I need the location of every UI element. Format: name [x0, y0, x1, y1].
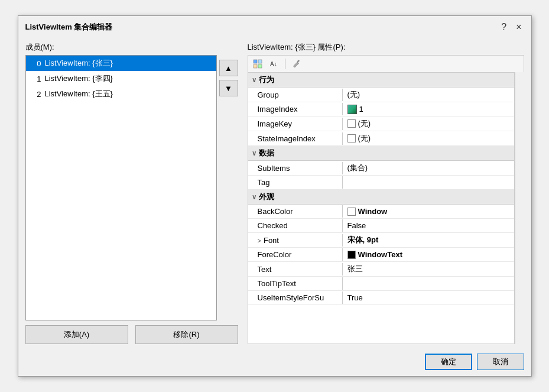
- categorized-view-button[interactable]: [251, 57, 265, 70]
- prop-row[interactable]: UseItemStyleForSuTrue: [248, 291, 514, 305]
- prop-row[interactable]: CheckedFalse: [248, 219, 514, 233]
- wrench-icon: [291, 59, 301, 69]
- prop-value: True: [343, 291, 368, 304]
- cancel-button[interactable]: 取消: [477, 354, 524, 370]
- prop-value: [343, 181, 352, 184]
- prop-section-header[interactable]: ∨外观: [248, 190, 514, 205]
- prop-value-text: (无): [358, 133, 371, 144]
- list-item-text: ListViewItem: {王五}: [45, 89, 113, 99]
- prop-row[interactable]: StateImageIndex (无): [248, 131, 514, 146]
- move-down-button[interactable]: ▼: [219, 80, 238, 96]
- section-name: 行为: [259, 74, 274, 85]
- svg-text:A↓: A↓: [270, 61, 277, 67]
- prop-value: (无): [343, 88, 365, 102]
- prop-name: SubItems: [248, 162, 343, 174]
- prop-value: WindowText: [343, 248, 407, 261]
- color-swatch: [347, 134, 356, 142]
- prop-row[interactable]: ForeColor WindowText: [248, 248, 514, 262]
- prop-name: ImageIndex: [248, 103, 343, 115]
- expand-icon[interactable]: >: [258, 237, 261, 244]
- svg-rect-1: [258, 60, 262, 63]
- prop-value-text: Window: [358, 207, 388, 216]
- list-item-index: 2: [30, 90, 41, 99]
- prop-row[interactable]: ToolTipText: [248, 277, 514, 291]
- chevron-icon: ∨: [252, 76, 256, 84]
- prop-row[interactable]: BackColor Window: [248, 205, 514, 219]
- list-item-text: ListViewItem: {张三}: [45, 58, 113, 69]
- members-list[interactable]: 0ListViewItem: {张三}1ListViewItem: {李四}2L…: [25, 55, 217, 320]
- prop-name: UseItemStyleForSu: [248, 291, 343, 304]
- ok-button[interactable]: 确定: [425, 354, 472, 370]
- prop-name: ToolTipText: [248, 277, 343, 290]
- alphabetical-icon: A↓: [269, 59, 279, 69]
- members-label: 成员(M):: [25, 42, 238, 53]
- right-panel: ListViewItem: {张三} 属性(P): A↓: [248, 42, 524, 344]
- image-icon: [347, 105, 357, 114]
- prop-row[interactable]: Text张三: [248, 262, 514, 277]
- prop-value: (集合): [343, 161, 373, 175]
- prop-section-header[interactable]: ∨行为: [248, 73, 514, 88]
- svg-rect-3: [258, 64, 262, 68]
- color-swatch: [347, 251, 356, 259]
- svg-rect-2: [254, 64, 257, 68]
- prop-value: 张三: [343, 262, 368, 276]
- prop-row[interactable]: Tag: [248, 176, 514, 190]
- dialog: ListViewItem 集合编辑器 ? × 成员(M): 0ListViewI…: [18, 15, 532, 377]
- list-item-text: ListViewItem: {李四}: [45, 73, 113, 84]
- chevron-icon: ∨: [252, 150, 256, 157]
- prop-name: ForeColor: [248, 248, 343, 261]
- color-swatch: [347, 208, 356, 216]
- svg-rect-0: [254, 60, 257, 63]
- prop-name: Text: [248, 263, 343, 276]
- prop-section-header[interactable]: ∨数据: [248, 146, 514, 161]
- title-bar: ListViewItem 集合编辑器 ? ×: [18, 16, 531, 36]
- prop-value-text: WindowText: [358, 250, 402, 259]
- categorized-icon: [253, 59, 262, 69]
- prop-row[interactable]: SubItems(集合): [248, 161, 514, 176]
- prop-value: (无): [343, 116, 376, 131]
- help-button[interactable]: ?: [499, 21, 509, 34]
- remove-button[interactable]: 移除(R): [135, 325, 238, 344]
- dialog-title: ListViewItem 集合编辑器: [25, 22, 113, 33]
- list-item[interactable]: 0ListViewItem: {张三}: [26, 56, 216, 71]
- list-item[interactable]: 2ListViewItem: {王五}: [26, 86, 216, 102]
- alphabetical-view-button[interactable]: A↓: [267, 57, 281, 70]
- prop-value: 1: [343, 103, 368, 116]
- prop-name: Group: [248, 89, 343, 101]
- prop-value: 宋体, 9pt: [343, 233, 384, 247]
- property-grid: ∨行为Group(无)ImageIndex 1ImageKey (无)State…: [248, 72, 515, 344]
- toolbar-separator: [285, 59, 285, 69]
- section-name: 外观: [259, 192, 274, 202]
- prop-row[interactable]: ImageKey (无): [248, 116, 514, 131]
- prop-name: ImageKey: [248, 118, 343, 130]
- list-item[interactable]: 1ListViewItem: {李四}: [26, 71, 216, 86]
- prop-value: Window: [343, 205, 392, 218]
- prop-row[interactable]: ImageIndex 1: [248, 102, 514, 116]
- move-up-button[interactable]: ▲: [219, 60, 238, 76]
- properties-label: ListViewItem: {张三} 属性(P):: [248, 42, 524, 53]
- prop-value: [343, 282, 352, 286]
- property-toolbar: A↓: [248, 55, 524, 72]
- prop-row[interactable]: >Font宋体, 9pt: [248, 233, 514, 248]
- close-button[interactable]: ×: [514, 21, 524, 34]
- list-item-index: 1: [30, 74, 41, 83]
- prop-value: False: [343, 219, 371, 232]
- prop-name: Checked: [248, 219, 343, 232]
- bottom-buttons: 添加(A) 移除(R): [25, 325, 238, 344]
- prop-value: (无): [343, 131, 376, 145]
- color-swatch: [347, 119, 356, 128]
- prop-row[interactable]: Group(无): [248, 88, 514, 102]
- chevron-icon: ∨: [252, 193, 256, 201]
- prop-value-text: 1: [359, 105, 363, 114]
- section-name: 数据: [259, 148, 274, 158]
- dialog-body: 成员(M): 0ListViewItem: {张三}1ListViewItem:…: [18, 36, 531, 350]
- title-bar-buttons: ? ×: [499, 21, 524, 34]
- arrow-buttons: ▲ ▼: [219, 55, 238, 320]
- add-button[interactable]: 添加(A): [25, 325, 128, 344]
- property-pages-button[interactable]: [289, 57, 303, 70]
- prop-name: BackColor: [248, 205, 343, 218]
- prop-name: Tag: [248, 176, 343, 189]
- prop-name: >Font: [248, 234, 343, 247]
- list-item-index: 0: [30, 59, 41, 68]
- scrollbar[interactable]: [515, 72, 524, 344]
